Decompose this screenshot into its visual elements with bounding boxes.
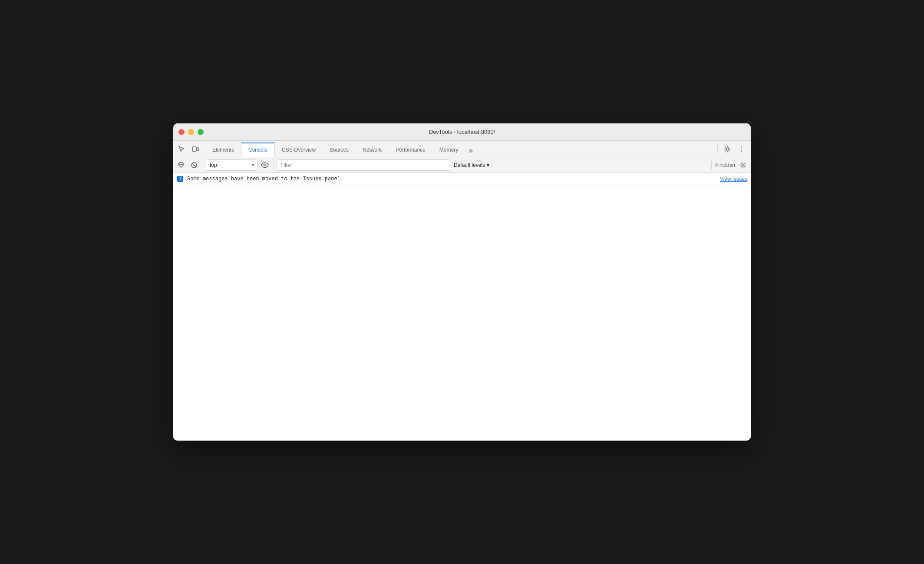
tab-css-overview[interactable]: CSS Overview bbox=[275, 143, 323, 157]
svg-line-9 bbox=[192, 163, 196, 167]
svg-point-11 bbox=[264, 164, 266, 166]
level-selector-arrow: ▾ bbox=[487, 162, 489, 168]
svg-point-5 bbox=[741, 150, 742, 151]
tab-sources[interactable]: Sources bbox=[323, 143, 356, 157]
inspect-element-button[interactable] bbox=[175, 143, 188, 156]
block-network-requests-button[interactable] bbox=[188, 159, 200, 171]
settings-button[interactable] bbox=[721, 143, 733, 155]
console-settings-button[interactable] bbox=[737, 159, 749, 171]
context-selector[interactable]: top ▾ bbox=[206, 159, 258, 171]
device-toolbar-button[interactable] bbox=[189, 143, 202, 156]
tab-bar-right-icons bbox=[712, 141, 751, 157]
tab-console[interactable]: Console bbox=[241, 143, 275, 157]
toolbar-divider-1 bbox=[203, 161, 203, 169]
maximize-button[interactable] bbox=[198, 129, 204, 135]
minimize-button[interactable] bbox=[188, 129, 194, 135]
tabs: Elements Console CSS Overview Sources Ne… bbox=[205, 141, 712, 157]
svg-point-4 bbox=[741, 148, 742, 149]
tab-network[interactable]: Network bbox=[356, 143, 389, 157]
window-title: DevTools - localhost:8080/ bbox=[429, 129, 495, 135]
tab-bar: Elements Console CSS Overview Sources Ne… bbox=[173, 141, 751, 157]
hidden-count: 4 hidden bbox=[715, 162, 735, 168]
title-bar: DevTools - localhost:8080/ bbox=[173, 123, 751, 141]
level-selector[interactable]: Default levels ▾ bbox=[451, 161, 492, 169]
console-toolbar: top ▾ Default levels ▾ 4 hidden bbox=[173, 157, 751, 173]
info-icon: i bbox=[177, 176, 184, 182]
more-tabs-button[interactable]: » bbox=[465, 144, 476, 157]
traffic-lights bbox=[178, 129, 204, 135]
svg-point-3 bbox=[741, 146, 742, 147]
svg-rect-0 bbox=[192, 147, 196, 151]
toolbar-divider-2 bbox=[274, 161, 274, 169]
divider bbox=[717, 145, 718, 153]
more-options-button[interactable] bbox=[735, 143, 747, 155]
message-text: Some messages have been moved to the Iss… bbox=[187, 175, 713, 183]
toolbar-divider-3 bbox=[711, 161, 712, 169]
tab-memory[interactable]: Memory bbox=[432, 143, 465, 157]
context-selector-arrow: ▾ bbox=[252, 163, 254, 167]
console-toolbar-right: 4 hidden bbox=[710, 159, 749, 171]
console-content: i Some messages have been moved to the I… bbox=[173, 173, 751, 441]
filter-input[interactable] bbox=[277, 159, 450, 171]
clear-console-button[interactable] bbox=[175, 159, 187, 171]
tab-elements[interactable]: Elements bbox=[205, 143, 241, 157]
tab-bar-left-icons bbox=[175, 141, 205, 157]
live-expressions-button[interactable] bbox=[259, 159, 271, 171]
view-issues-link[interactable]: View issues bbox=[720, 176, 747, 182]
tab-performance[interactable]: Performance bbox=[389, 143, 432, 157]
svg-marker-6 bbox=[178, 163, 184, 168]
console-message: i Some messages have been moved to the I… bbox=[173, 173, 751, 186]
devtools-window: DevTools - localhost:8080/ Elements Cons bbox=[173, 123, 751, 441]
svg-point-10 bbox=[261, 163, 268, 167]
close-button[interactable] bbox=[178, 129, 185, 135]
svg-rect-1 bbox=[197, 148, 198, 151]
